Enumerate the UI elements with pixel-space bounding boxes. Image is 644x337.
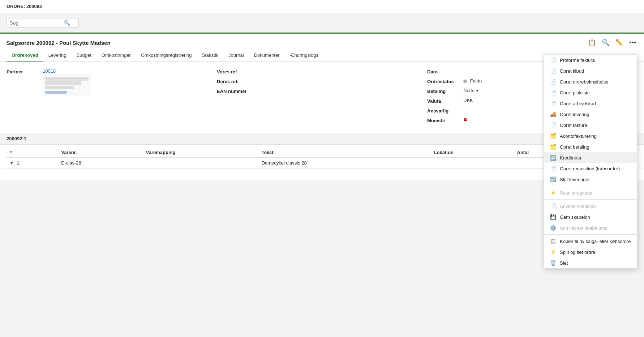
tab-journal[interactable]: Journal (223, 50, 249, 61)
dropdown-item-label: Opret requisition (købsordre) (560, 166, 620, 171)
page-title: Salgsordre 200092 - Poul Skytte Madsen (7, 40, 111, 46)
top-bar-label: ORDRE: 200092 (7, 4, 42, 9)
cell-varenr: D-clas-28 (58, 158, 143, 168)
form-group-deres-ref: Deres ref. (217, 78, 416, 84)
dropdown-item-icon: 📄 (550, 101, 556, 106)
form-col-refs: Vores ref. Deres ref. EAN nummer (217, 68, 427, 127)
address-block (43, 74, 91, 96)
status-dot (463, 80, 467, 83)
dropdown-menu: 📄Proforma faktura📄Opret tilbud📄Opret ord… (544, 54, 637, 180)
dropdown-item-icon: 📄 (550, 79, 556, 85)
partner-value-wrap: 10018 (43, 68, 91, 96)
search-input[interactable] (10, 20, 64, 26)
ansvarlig-label: Ansvarlig (427, 107, 460, 114)
dropdown-item[interactable]: 📄Opret tilbud (544, 65, 637, 76)
table-row[interactable]: ▼ 1 D-clas-28 Damecykel classic 28" 1,00… (7, 158, 637, 168)
edit-icon-button[interactable]: ✏️ (614, 37, 625, 48)
dropdown-item-label: Opret plukliste (560, 90, 590, 95)
document-icon-button[interactable]: 📋 (587, 37, 597, 48)
ordrestatus-label: Ordrestatus (427, 78, 460, 84)
dropdown-item[interactable]: ↩️Kreditnota (544, 152, 637, 163)
col-varenr: Varenr. (58, 148, 143, 158)
dropdown-item-label: Kreditnota (560, 155, 581, 161)
tab-ordrehoved[interactable]: Ordrehoved (7, 50, 43, 61)
preview-icon-button[interactable]: 🔍 (600, 37, 611, 48)
page-header: Salgsordre 200092 - Poul Skytte Madsen 📋… (0, 34, 644, 48)
dropdown-item[interactable]: 📄Proforma faktura (544, 55, 637, 65)
dropdown-item-label: Proforma faktura (560, 57, 595, 63)
tab-dokumenter[interactable]: Dokumenter (249, 50, 285, 61)
col-hash: # (7, 148, 58, 158)
col-tekst: Tekst (259, 148, 431, 158)
tab-budget[interactable]: Budget (72, 50, 96, 61)
valuta-value: DKK (463, 98, 473, 103)
dropdown-item-icon: 🚚 (550, 111, 556, 117)
dropdown-item-label: Opret betaling (560, 144, 589, 150)
dropdown-item[interactable]: 📄Opret ordrebekræftelse (544, 76, 637, 87)
dropdown-item-icon: 🗂️ (550, 144, 556, 150)
tab-aendringslogs[interactable]: Ændringslogs (285, 50, 324, 61)
table-body: ▼ 1 D-clas-28 Damecykel classic 28" 1,00… (7, 158, 637, 168)
dropdown-item-icon: 📄 (550, 122, 556, 128)
dropdown-item[interactable]: 🗂️Opret betaling (544, 141, 637, 152)
cell-varemapping (143, 158, 259, 168)
search-bar: 🔍 (0, 13, 644, 33)
partner-label: Partner (7, 68, 39, 74)
dropdown-item-label: Opret levering (560, 112, 589, 117)
col-varemapping: Varemapping (143, 148, 259, 158)
tab-omkostninger[interactable]: Omkostninger (96, 50, 136, 61)
form-col-partner: Partner 10018 (7, 68, 217, 127)
valuta-label: Valuta (427, 98, 460, 104)
betaling-label: Betaling (427, 88, 460, 94)
form-group-ean: EAN nummer (217, 88, 416, 94)
betaling-value: Netto + (463, 88, 478, 93)
dato-label: Dato (427, 68, 460, 74)
ean-label: EAN nummer (217, 88, 249, 94)
cell-lokation (431, 158, 514, 168)
dropdown-item-icon: 🗂️ (550, 133, 556, 139)
cell-tekst: Damecykel classic 28" (259, 158, 431, 168)
dropdown-item-icon: 📄 (550, 57, 556, 63)
dropdown-item[interactable]: 📄Opret faktura (544, 120, 637, 131)
dropdown-item[interactable]: 📄Opret arbejdskort (544, 98, 637, 109)
dropdown-item-label: Acontofakturering (560, 133, 597, 139)
tab-levering[interactable]: Levering (43, 50, 72, 61)
dropdown-item[interactable]: 🚚Opret levering (544, 109, 637, 120)
top-bar: ORDRE: 200092 (0, 0, 644, 13)
vores-ref-label: Vores ref. (217, 68, 249, 74)
dropdown-item-icon: 📄 (550, 68, 556, 74)
dropdown-item[interactable]: 🗂️Acontofakturering (544, 131, 637, 141)
dropdown-item-icon: 📄 (550, 166, 556, 171)
momsfri-value: ✖ (463, 117, 467, 123)
deres-ref-label: Deres ref. (217, 78, 249, 84)
more-icon-button[interactable]: ••• (628, 38, 637, 48)
dropdown-item-icon: 📄 (550, 90, 556, 95)
table-header: # Varenr. Varemapping Tekst Lokation Ant… (7, 148, 637, 158)
form-group-partner: Partner 10018 (7, 68, 206, 96)
expand-icon[interactable]: ▼ (9, 160, 14, 166)
dropdown-item-icon: ↩️ (550, 155, 556, 161)
partner-value[interactable]: 10018 (43, 68, 56, 74)
search-input-wrap[interactable]: 🔍 (7, 18, 79, 27)
form-group-vores-ref: Vores ref. (217, 68, 416, 74)
dropdown-item-label: Slet leveringer (560, 177, 590, 180)
dropdown-item-label: Opret faktura (560, 123, 587, 128)
ordrestatus-value: Faktu (463, 78, 482, 84)
dropdown-item-icon: ↩️ (550, 176, 556, 180)
tab-statistik[interactable]: Statistik (197, 50, 224, 61)
dropdown-item-label: Opret arbejdskort (560, 101, 596, 106)
dropdown-item[interactable]: 📄Opret plukliste (544, 87, 637, 98)
momsfri-label: Momsfri (427, 117, 460, 123)
dropdown-item[interactable]: ↩️Slet leveringer (544, 174, 637, 180)
tab-omkostningsregistrering[interactable]: Omkostningsregistrering (136, 50, 197, 61)
col-lokation: Lokation (431, 148, 514, 158)
search-icon[interactable]: 🔍 (64, 20, 70, 26)
header-icons: 📋 🔍 ✏️ ••• (587, 37, 637, 48)
data-table: # Varenr. Varemapping Tekst Lokation Ant… (7, 148, 637, 168)
dropdown-item-label: Opret ordrebekræftelse (560, 79, 608, 85)
dropdown-item-label: Opret tilbud (560, 68, 584, 74)
table-header-row: # Varenr. Varemapping Tekst Lokation Ant… (7, 148, 637, 158)
dropdown-item[interactable]: 📄Opret requisition (købsordre) (544, 163, 637, 174)
cell-expand[interactable]: ▼ 1 (7, 158, 58, 168)
